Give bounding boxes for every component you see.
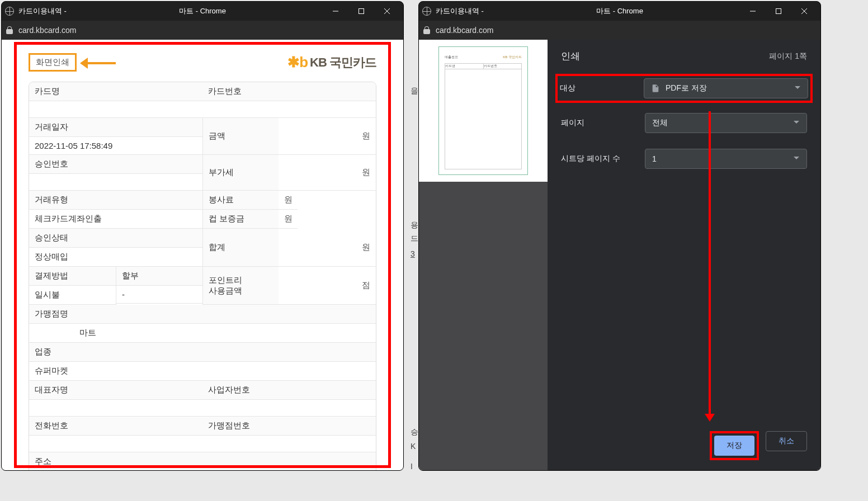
print-preview-sheet[interactable]: 매출전표 KB 국민카드 카드명 카드번호 [438, 46, 528, 175]
page-content: 화면인쇄 ✱b KB 국민카드 카드명 카드번호 [2, 40, 403, 470]
svg-rect-1 [359, 9, 364, 14]
label-category: 업종 [29, 343, 376, 362]
bg-text: 3 [411, 249, 415, 258]
bg-text: 용 [411, 220, 418, 230]
label-phone: 전화번호 [29, 417, 202, 436]
window-title-2: 마트 - Chrome [179, 6, 226, 16]
value-pay-method: 일시불 [29, 286, 116, 305]
value-merchant-no [202, 436, 376, 452]
sheets-per-page-value: 1 [652, 154, 657, 163]
window-title-1: 카드이용내역 - [18, 6, 67, 16]
value-approval-status: 정상매입 [29, 248, 202, 267]
close-button[interactable] [374, 2, 400, 20]
browser-window-left: 카드이용내역 - 마트 - Chrome card.kbcard.com 화면인… [1, 1, 404, 471]
label-total: 합계 [202, 229, 279, 267]
pages-value: 전체 [652, 118, 668, 128]
chevron-down-icon [793, 119, 800, 127]
value-card-name [29, 101, 202, 118]
chevron-down-icon [794, 84, 801, 93]
label-amount: 금액 [202, 118, 279, 155]
minimize-button[interactable] [323, 2, 348, 20]
lock-icon [423, 26, 430, 34]
label-service-fee: 봉사료 [203, 191, 279, 210]
preview-col-2: 카드번호 [484, 64, 522, 69]
screen-print-button[interactable]: 화면인쇄 [29, 53, 77, 72]
label-pages: 페이지 [561, 118, 645, 128]
destination-select[interactable]: PDF로 저장 [644, 78, 808, 98]
save-button[interactable]: 저장 [714, 436, 754, 456]
label-tx-type: 거래유형 [29, 191, 202, 210]
sheets-per-page-select[interactable]: 1 [645, 149, 807, 169]
preview-col-1: 카드명 [445, 64, 484, 69]
svg-rect-5 [776, 9, 781, 14]
value-card-number [202, 101, 376, 118]
label-installment: 할부 [116, 267, 202, 286]
dialog-action-row: 저장 취소 [710, 431, 807, 460]
label-biz-no: 사업자번호 [202, 381, 376, 400]
url-text: card.kbcard.com [436, 26, 493, 35]
pdf-file-icon [651, 83, 660, 94]
value-tx-date: 2022-11-05 17:58:49 [29, 137, 202, 155]
label-merchant-name: 가맹점명 [29, 305, 376, 324]
maximize-button[interactable] [348, 2, 374, 20]
unit-won: 원 [279, 229, 376, 267]
titlebar[interactable]: 카드이용내역 - 마트 - Chrome [2, 2, 403, 21]
value-biz-no [202, 400, 376, 417]
pages-select[interactable]: 전체 [645, 113, 807, 133]
value-phone [29, 436, 202, 452]
window-title-2: 마트 - Chrome [596, 6, 643, 16]
unit-jeom: 점 [279, 267, 376, 305]
close-button[interactable] [791, 2, 817, 20]
preview-header-right: KB 국민카드 [503, 55, 522, 60]
label-approval-no: 승인번호 [29, 155, 202, 174]
browser-window-right: 카드이용내역 - 마트 - Chrome card.kbcard.com 매출전… [418, 1, 821, 471]
cancel-button[interactable]: 취소 [766, 431, 807, 451]
preview-header-left: 매출전표 [445, 55, 458, 60]
print-dialog-title: 인쇄 [561, 50, 580, 63]
label-tx-date: 거래일자 [29, 118, 202, 137]
red-highlight-destination: 대상 PDF로 저장 [555, 74, 813, 103]
unit-won: 원 [279, 191, 298, 210]
value-merchant-name: 마트 [29, 324, 376, 343]
destination-value: PDF로 저장 [666, 83, 707, 93]
bg-text: K [411, 442, 416, 451]
value-tx-type: 체크카드계좌인출 [29, 210, 202, 229]
value-category: 슈퍼마켓 [29, 362, 376, 381]
page-count-text: 페이지 1쪽 [769, 51, 807, 62]
label-pointry-line2: 사용금액 [209, 286, 242, 296]
label-destination: 대상 [560, 83, 644, 93]
label-owner: 대표자명 [29, 381, 202, 400]
address-bar[interactable]: card.kbcard.com [2, 21, 403, 40]
transaction-table: 카드명 카드번호 거래일자 2022-11-05 17:58:49 금액 원 [29, 82, 376, 471]
print-options-column: 인쇄 페이지 1쪽 대상 PDF로 저장 [548, 40, 820, 470]
label-cup-deposit: 컵 보증금 [203, 210, 279, 229]
chevron-down-icon [793, 154, 800, 163]
unit-won: 원 [279, 118, 376, 155]
maximize-button[interactable] [766, 2, 791, 20]
print-dialog: 매출전표 KB 국민카드 카드명 카드번호 인쇄 페이지 1쪽 [419, 40, 820, 470]
unit-won: 원 [279, 155, 376, 191]
kb-logo: ✱b KB 국민카드 [287, 54, 376, 71]
titlebar[interactable]: 카드이용내역 - 마트 - Chrome [419, 2, 820, 21]
orange-arrow-annotation [82, 60, 121, 65]
value-approval-no [29, 174, 202, 191]
url-text: card.kbcard.com [18, 26, 76, 35]
print-preview-column: 매출전표 KB 국민카드 카드명 카드번호 [419, 40, 548, 470]
kb-star-icon: ✱b [287, 54, 308, 71]
minimize-button[interactable] [740, 2, 766, 20]
bg-text: 승 [411, 427, 418, 437]
label-card-number: 카드번호 [202, 82, 376, 101]
value-installment: - [116, 286, 202, 304]
red-highlight-save: 저장 [710, 431, 759, 460]
label-pointry: 포인트리 사용금액 [202, 267, 279, 305]
preview-table: 카드명 카드번호 [445, 63, 522, 169]
bg-text: 을 [411, 86, 418, 96]
bg-text: I [411, 462, 413, 471]
label-pointry-line1: 포인트리 [209, 275, 242, 286]
value-owner [29, 400, 202, 417]
label-pay-method: 결제방법 [29, 267, 116, 286]
address-bar[interactable]: card.kbcard.com [419, 21, 820, 40]
window-title-1: 카드이용내역 - [436, 6, 484, 16]
label-merchant-no: 가맹점번호 [202, 417, 376, 436]
globe-icon [422, 7, 431, 16]
